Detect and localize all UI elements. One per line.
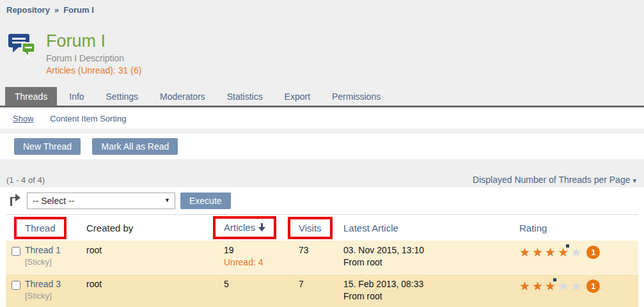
tab-threads[interactable]: Threads: [5, 87, 57, 106]
tab-permissions[interactable]: Permissions: [322, 87, 390, 106]
average-rating-marker: [566, 244, 569, 248]
tab-bar: Threads Info Settings Moderators Statist…: [0, 87, 644, 107]
tab-moderators[interactable]: Moderators: [150, 87, 215, 106]
pagination-bar: (1 - 4 of 4) Displayed Number of Threads…: [0, 159, 644, 187]
tab-statistics[interactable]: Statistics: [217, 87, 272, 106]
forum-title-block: Forum I Forum I Description Articles (Un…: [46, 31, 141, 75]
column-header-latest-article[interactable]: Latest Article: [343, 223, 519, 233]
star-icon[interactable]: ★: [532, 280, 543, 292]
latest-article-author: From root: [343, 291, 519, 301]
rating-count-badge: 1: [586, 246, 600, 259]
articles-count: 5: [224, 279, 299, 289]
breadcrumb: Repository»Forum I: [0, 0, 644, 15]
execute-button[interactable]: Execute: [180, 193, 231, 209]
new-thread-button[interactable]: New Thread: [14, 138, 81, 155]
rating-count-badge: 1: [586, 279, 600, 293]
forum-description: Forum I Description: [46, 53, 141, 63]
thread-link[interactable]: Thread 3: [25, 279, 86, 289]
page-header-band: Repository»Forum I Forum I Forum I Descr…: [0, 0, 644, 107]
row-select-checkbox[interactable]: [12, 247, 20, 256]
bulk-action-select[interactable]: -- Select --: [27, 193, 175, 209]
rating-widget: ★★★★★1: [519, 279, 638, 293]
column-header-created-by: Created by: [86, 223, 224, 233]
star-icon[interactable]: ★: [532, 246, 543, 258]
sort-descending-icon: [258, 223, 265, 233]
threads-per-page-dropdown[interactable]: Displayed Number of Threads per Page▾: [473, 175, 636, 185]
table-row: Thread 3 [Sticky] root 5 7 15. Feb 2013,…: [6, 274, 638, 307]
column-header-rating[interactable]: Rating: [519, 223, 638, 233]
breadcrumb-forum-link[interactable]: Forum I: [63, 5, 94, 15]
highlight-box-thread: Thread: [14, 217, 67, 239]
bulk-action-select-wrap: -- Select -- ▼: [27, 193, 175, 209]
articles-count: 19: [224, 245, 299, 255]
star-icon[interactable]: ★: [519, 246, 530, 258]
average-rating-marker: [553, 278, 556, 281]
sticky-flag: [Sticky]: [25, 257, 86, 267]
highlight-box-articles: Articles: [213, 216, 276, 239]
column-header-articles[interactable]: Articles: [224, 222, 265, 233]
bulk-action-row: -- Select -- ▼ Execute: [7, 193, 638, 209]
subtab-bar: Show Content Item Sorting: [0, 107, 644, 129]
page-title: Forum I: [46, 31, 141, 51]
threads-table: -- Select -- ▼ Execute Thread Created by…: [0, 187, 644, 307]
highlight-box-visits: Visits: [288, 217, 333, 239]
latest-article-date: 15. Feb 2013, 08:33: [343, 279, 519, 289]
row-select-checkbox[interactable]: [12, 281, 20, 290]
subtab-show[interactable]: Show: [13, 114, 34, 123]
latest-article-author: From root: [343, 257, 519, 267]
forum-header: Forum I Forum I Description Articles (Un…: [0, 15, 644, 75]
unread-count: Unread: 4: [224, 257, 299, 267]
star-icon[interactable]: ★: [570, 246, 581, 258]
column-header-visits[interactable]: Visits: [299, 223, 322, 233]
action-toolbar: New Thread Mark All as Read: [0, 134, 644, 159]
sticky-flag: [Sticky]: [25, 291, 86, 301]
star-icon[interactable]: ★: [570, 280, 581, 292]
chevron-down-icon: ▾: [632, 177, 636, 184]
breadcrumb-separator: »: [54, 5, 59, 15]
thread-link[interactable]: Thread 1: [25, 245, 86, 255]
tab-settings[interactable]: Settings: [97, 87, 148, 106]
apply-to-selected-icon: [8, 193, 20, 209]
divider: [0, 129, 644, 134]
latest-article-date: 03. Nov 2015, 13:10: [343, 245, 519, 255]
table-header-row: Thread Created by Articles Visits Latest…: [6, 214, 638, 240]
forum-icon: [8, 33, 37, 61]
visits-count: 7: [299, 279, 343, 289]
created-by-cell: root: [86, 245, 224, 255]
tab-export[interactable]: Export: [275, 87, 320, 106]
star-icon[interactable]: ★: [545, 246, 556, 258]
created-by-cell: root: [86, 279, 224, 289]
star-icon[interactable]: ★: [558, 246, 569, 258]
table-row: Thread 1 [Sticky] root 19 Unread: 4 73 0…: [6, 240, 638, 274]
rating-widget: ★★★★★1: [519, 245, 638, 259]
result-range-text: (1 - 4 of 4): [6, 175, 45, 185]
breadcrumb-repository-link[interactable]: Repository: [6, 5, 50, 15]
star-icon[interactable]: ★: [519, 280, 530, 292]
star-icon[interactable]: ★: [545, 280, 556, 292]
column-header-thread[interactable]: Thread: [25, 223, 56, 233]
unread-articles-info: Articles (Unread): 31 (6): [46, 65, 141, 75]
mark-all-read-button[interactable]: Mark All as Read: [92, 138, 178, 155]
star-icon[interactable]: ★: [558, 280, 569, 292]
visits-count: 73: [299, 245, 343, 255]
subtab-content-item-sorting[interactable]: Content Item Sorting: [50, 114, 126, 123]
tab-info[interactable]: Info: [59, 87, 93, 106]
